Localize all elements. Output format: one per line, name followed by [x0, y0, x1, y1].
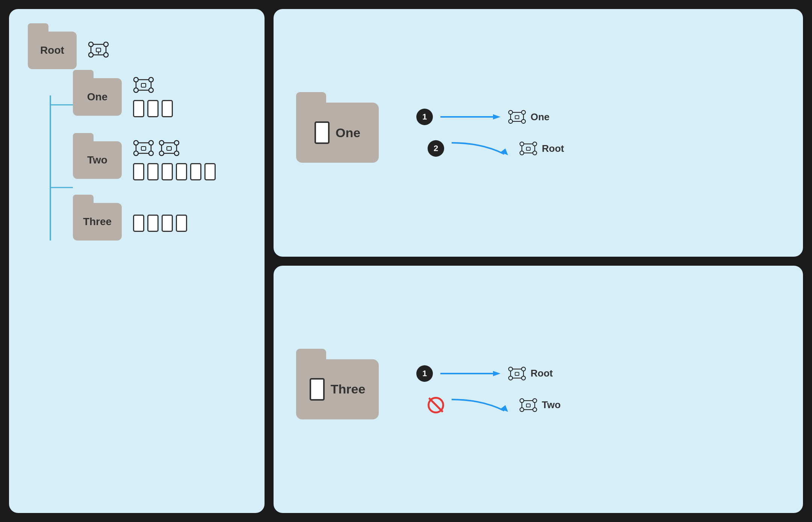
svg-rect-23 — [141, 83, 146, 87]
one-icons — [133, 77, 173, 117]
dest-one-drone — [508, 110, 526, 124]
svg-point-3 — [104, 53, 108, 57]
badge-1: 1 — [416, 109, 433, 125]
rp-one-phone — [315, 121, 330, 144]
rp-three-folder-label: Three — [331, 382, 366, 396]
dest-one: One — [508, 110, 550, 124]
svg-point-76 — [533, 399, 537, 402]
arrow-straight-one — [440, 113, 501, 121]
svg-marker-53 — [501, 148, 508, 155]
two-icons — [133, 140, 216, 180]
svg-point-44 — [509, 110, 513, 114]
dest-root-label: Root — [542, 143, 564, 154]
svg-point-15 — [134, 77, 138, 82]
svg-rect-62 — [526, 147, 530, 151]
tree-lines-svg — [50, 95, 73, 241]
svg-point-36 — [174, 151, 179, 156]
svg-rect-8 — [96, 48, 101, 52]
right-panel-one: One 1 — [274, 9, 803, 257]
three-folder-shape: Three — [73, 203, 122, 241]
svg-point-67 — [509, 376, 513, 380]
svg-rect-41 — [167, 147, 171, 150]
two-drones — [133, 140, 216, 156]
left-panel: Root — [9, 9, 265, 513]
three-folder-label: Three — [83, 216, 112, 228]
svg-point-34 — [174, 141, 179, 145]
svg-point-1 — [104, 42, 108, 47]
phone-4 — [176, 163, 187, 180]
one-folder-shape: One — [73, 78, 122, 116]
child-row-two: Two — [73, 140, 216, 180]
phone-3 — [162, 163, 173, 180]
svg-marker-74 — [501, 405, 508, 412]
child-row-three: Three — [73, 203, 216, 241]
svg-point-17 — [134, 88, 138, 92]
arrow-row-three-1: 1 — [416, 365, 553, 382]
svg-marker-43 — [493, 114, 501, 120]
right-panel-three: Three 1 — [274, 266, 803, 513]
phone-1 — [133, 215, 144, 232]
arrow-curved-one — [452, 141, 512, 156]
svg-point-24 — [134, 141, 138, 145]
svg-point-47 — [522, 120, 525, 123]
svg-point-78 — [533, 408, 537, 412]
two-phones — [133, 163, 216, 180]
rp-one-folder-shape: One — [296, 103, 379, 163]
phone-1 — [133, 100, 144, 117]
phone-3 — [162, 215, 173, 232]
svg-point-0 — [89, 42, 93, 47]
right-panels: One 1 — [274, 9, 803, 513]
no-symbol — [428, 397, 444, 413]
root-folder-shape: Root — [28, 32, 77, 69]
three-icons — [133, 212, 187, 232]
dest-three-root-label: Root — [531, 368, 553, 379]
rp-one-folder-label: One — [336, 126, 360, 140]
arrow-curved-three — [452, 398, 512, 413]
dest-three-two-label: Two — [542, 399, 561, 411]
children-container: One — [73, 77, 216, 241]
root-row: Root — [28, 32, 109, 69]
root-drone-icon — [88, 41, 109, 59]
phone-2 — [147, 215, 159, 232]
badge-three-1: 1 — [416, 365, 433, 382]
svg-point-54 — [520, 142, 524, 146]
arrow-straight-three — [440, 370, 501, 377]
svg-point-35 — [159, 151, 164, 156]
main-container: Root — [0, 0, 812, 522]
svg-point-16 — [149, 77, 153, 82]
one-folder: One — [73, 78, 122, 116]
rp-one-folder-area: One — [296, 103, 409, 163]
svg-rect-52 — [515, 116, 519, 119]
phone-5 — [190, 163, 201, 180]
root-folder-label: Root — [40, 44, 64, 56]
svg-point-55 — [533, 142, 537, 146]
svg-point-26 — [134, 151, 138, 156]
svg-point-45 — [522, 110, 525, 114]
svg-point-77 — [520, 408, 524, 412]
svg-point-27 — [149, 151, 153, 156]
three-folder: Three — [73, 203, 122, 241]
dest-root: Root — [519, 141, 564, 156]
svg-point-2 — [89, 53, 93, 57]
svg-rect-32 — [141, 147, 146, 150]
svg-rect-83 — [526, 404, 530, 407]
dest-three-two: Two — [519, 398, 561, 412]
svg-rect-73 — [515, 372, 519, 375]
child-row-one: One — [73, 77, 216, 117]
dest-root-drone — [519, 141, 537, 156]
svg-point-33 — [159, 141, 164, 145]
one-drone-1 — [133, 77, 154, 93]
svg-point-66 — [522, 367, 525, 371]
svg-point-25 — [149, 141, 153, 145]
one-phones — [133, 100, 173, 117]
one-folder-label: One — [87, 91, 107, 103]
two-folder-shape: Two — [73, 141, 122, 179]
rp-one-arrows: 1 — [409, 109, 780, 157]
rp-three-phone — [310, 378, 325, 401]
badge-2: 2 — [428, 140, 444, 157]
svg-point-57 — [533, 151, 537, 155]
phone-6 — [204, 163, 216, 180]
svg-point-18 — [149, 88, 153, 92]
arrow-row-one-2: 2 — [428, 140, 564, 157]
phone-2 — [147, 100, 159, 117]
